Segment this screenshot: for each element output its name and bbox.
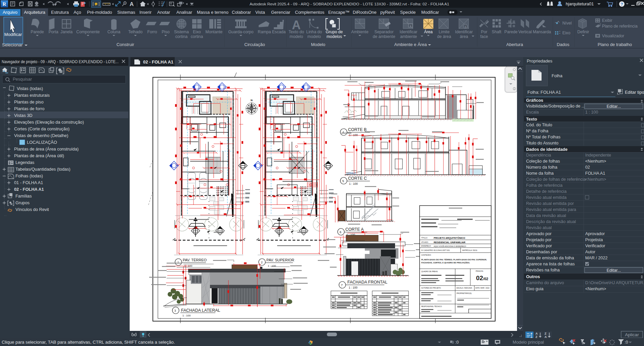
svg-text:Vistas (todas): Vistas (todas) xyxy=(17,86,43,91)
svg-text:Aparece na lista de folhas: Aparece na lista de folhas xyxy=(526,262,575,266)
svg-text:Número da folha: Número da folha xyxy=(526,165,557,170)
svg-text:01 - FOLHA A1: 01 - FOLHA A1 xyxy=(14,180,43,185)
svg-text:PAV. SUPERIOR: PAV. SUPERIOR xyxy=(266,258,294,262)
svg-text:7: 7 xyxy=(341,284,343,287)
svg-text:Modificar: Modificar xyxy=(4,32,22,37)
svg-text:Editar tipo: Editar tipo xyxy=(625,90,644,95)
svg-text:Nº da Folha: Nº da Folha xyxy=(526,129,548,133)
svg-text:Telhado: Telhado xyxy=(128,30,143,34)
svg-text:Linha do: Linha do xyxy=(306,30,322,34)
svg-text:hjarquitetura01: hjarquitetura01 xyxy=(566,2,594,6)
svg-text:02: 02 xyxy=(585,165,590,170)
svg-text:Visibilidade/Sobreposição de .: Visibilidade/Sobreposição de ... xyxy=(526,104,585,109)
svg-text:Verificador: Verificador xyxy=(585,244,605,248)
svg-text:1 : 100: 1 : 100 xyxy=(349,133,358,137)
svg-text:Analisar: Analisar xyxy=(176,10,192,15)
svg-text:Nº Total de Folhas: Nº Total de Folhas xyxy=(526,135,560,139)
svg-text:Revisão atual emitida para: Revisão atual emitida para xyxy=(526,207,576,212)
svg-text:LOCALIZAÇÃO: LOCALIZAÇÃO xyxy=(27,140,57,145)
svg-text:Guarda-corpo: Guarda-corpo xyxy=(228,30,253,34)
svg-text:Texto do: Texto do xyxy=(289,30,304,34)
svg-text:Cortes (Corte da construção): Cortes (Corte da construção) xyxy=(14,126,70,131)
svg-text:Limite: Limite xyxy=(439,30,450,34)
svg-text:DiRootsOne: DiRootsOne xyxy=(353,10,377,15)
svg-text:Revisão atual emitida: Revisão atual emitida xyxy=(526,195,566,200)
svg-text:Grupo de: Grupo de xyxy=(326,30,343,34)
svg-text:cortina: cortina xyxy=(191,34,203,39)
svg-text:Eixo: Eixo xyxy=(562,31,570,35)
svg-text:Anotar: Anotar xyxy=(157,10,170,15)
svg-text:PLANTA BAIXA DO PAV. TÉRREO, P: PLANTA BAIXA DO PAV. TÉRREO, PLANTA BAIX… xyxy=(421,258,487,261)
svg-text:Autor: Autor xyxy=(585,250,595,254)
svg-text:Construir: Construir xyxy=(117,42,134,47)
svg-text:Vistas 3D: Vistas 3D xyxy=(14,113,33,118)
svg-text:Identificar: Identificar xyxy=(400,30,418,34)
svg-text:5: 5 xyxy=(342,179,344,183)
svg-text:6: 6 xyxy=(340,230,341,234)
svg-text:<Nenhum>: <Nenhum> xyxy=(585,177,606,182)
svg-text:PROPRIETÁRIO(S):: PROPRIETÁRIO(S): xyxy=(457,292,472,294)
svg-text:PAV. TÉRREO: PAV. TÉRREO xyxy=(183,258,207,262)
svg-text:1 : 100: 1 : 100 xyxy=(182,314,191,317)
svg-text:AUTORES DO PROJETO:: AUTORES DO PROJETO: xyxy=(421,287,441,289)
svg-text:A: A xyxy=(535,332,538,335)
svg-text:Revisão atual emitida por: Revisão atual emitida por xyxy=(526,201,574,206)
svg-text:Escada: Escada xyxy=(272,30,286,34)
svg-text:Dependência: Dependência xyxy=(526,153,551,158)
svg-text:Desenhadas por: Desenhadas por xyxy=(526,250,557,254)
svg-text:modelo: modelo xyxy=(307,34,321,39)
svg-text:Parede: Parede xyxy=(31,30,44,34)
svg-text:02 - FOLHA A1: 02 - FOLHA A1 xyxy=(14,187,44,192)
svg-text:Visualizador: Visualizador xyxy=(602,34,624,38)
svg-text:modelos: modelos xyxy=(327,34,342,39)
svg-text::0: :0 xyxy=(455,340,459,345)
svg-text:ESCALA: INDICADA: ESCALA: INDICADA xyxy=(457,287,472,289)
svg-text:Arquivo: Arquivo xyxy=(3,10,17,15)
svg-text:Definir: Definir xyxy=(577,30,589,34)
svg-text:Inserir: Inserir xyxy=(139,10,152,15)
svg-text:Porta: Porta xyxy=(48,30,58,34)
svg-text:CORTE A: CORTE A xyxy=(345,227,364,232)
svg-text:Grupos: Grupos xyxy=(15,200,30,205)
svg-text:Estrutura: Estrutura xyxy=(51,10,69,15)
svg-text:Tabelas/Quantidades (todas): Tabelas/Quantidades (todas) xyxy=(15,167,71,172)
svg-text:Nº CADASTRO:: Nº CADASTRO: xyxy=(421,249,433,251)
svg-text:CORTE C: CORTE C xyxy=(348,176,367,181)
svg-text:Gerenciar: Gerenciar xyxy=(271,10,291,15)
svg-text:1: 1 xyxy=(410,25,412,28)
svg-text:Abertura: Abertura xyxy=(506,42,523,47)
svg-text:de área: de área xyxy=(437,34,451,39)
svg-text:Texto: Texto xyxy=(526,117,537,122)
svg-text:Ambiente: Ambiente xyxy=(351,30,369,34)
svg-text:Aço: Aço xyxy=(74,10,81,15)
svg-text:FOLHA A1: FOLHA A1 xyxy=(585,171,605,176)
svg-text:Vertical: Vertical xyxy=(518,30,532,34)
svg-text:Modelo principal: Modelo principal xyxy=(513,340,544,345)
svg-text:Janela: Janela xyxy=(60,30,73,34)
svg-text:Separador: Separador xyxy=(375,30,394,34)
svg-text:Plano de referência: Plano de referência xyxy=(602,24,638,29)
svg-text:MAR / 2022: MAR / 2022 xyxy=(585,256,608,260)
svg-text:Aprovado por: Aprovado por xyxy=(526,231,552,236)
svg-text:1 : 100: 1 : 100 xyxy=(585,110,598,115)
svg-text:área: área xyxy=(460,34,468,39)
svg-text:Modificar: Modificar xyxy=(421,10,439,15)
svg-text:02 - FOLHA A1: 02 - FOLHA A1 xyxy=(143,59,173,64)
svg-text:2: 2 xyxy=(261,261,263,264)
svg-text:RESIDENCIAL UNIFAMILIAR: RESIDENCIAL UNIFAMILIAR xyxy=(434,241,465,244)
svg-text:Vista: Vista xyxy=(255,10,265,15)
svg-text:Famílias: Famílias xyxy=(15,193,32,199)
svg-text:R: R xyxy=(3,1,6,7)
svg-text:Clique para selecionar, TAB pa: Clique para selecionar, TAB para alterna… xyxy=(2,340,175,345)
svg-text:N: N xyxy=(251,99,253,102)
svg-text:Massa e terreno: Massa e terreno xyxy=(197,10,228,15)
svg-text:Plantas de área (Área útil): Plantas de área (Área útil) xyxy=(14,153,64,158)
svg-text:Identificar: Identificar xyxy=(455,30,473,34)
svg-text:Data da revisão atual: Data da revisão atual xyxy=(526,213,566,218)
svg-text:Parede: Parede xyxy=(504,30,518,34)
svg-text:Coleção de folhas de referênci: Coleção de folhas de referência xyxy=(526,177,586,182)
svg-text:<Nenhum>: <Nenhum> xyxy=(585,287,606,291)
svg-text:Aplicar: Aplicar xyxy=(625,332,639,337)
svg-text:Verificado por: Verificado por xyxy=(526,244,552,248)
svg-text:Circulação: Circulação xyxy=(244,42,265,47)
